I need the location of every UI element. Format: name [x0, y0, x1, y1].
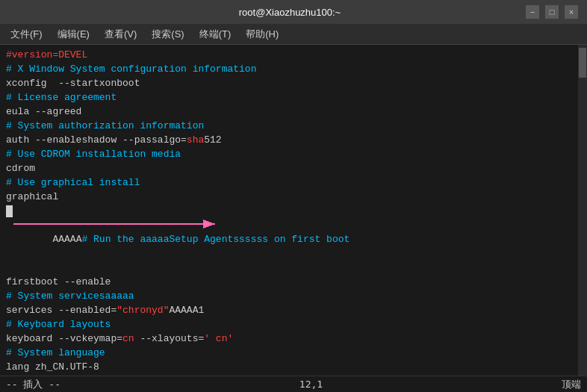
line-14: firstboot --enable: [6, 275, 572, 289]
title-bar: root@Xiaozhuzhu100:~ − □ ×: [0, 0, 587, 24]
line-20: lang zh_CN.UTF-8: [6, 360, 572, 374]
editor-area[interactable]: #version=DEVEL # X Window System configu…: [0, 45, 587, 376]
window-controls: − □ ×: [526, 5, 578, 19]
line-4: # License agreement: [6, 90, 572, 105]
menu-file[interactable]: 文件(F): [3, 25, 50, 44]
status-scroll: 顶端: [562, 378, 581, 391]
arrow-decoration: [6, 217, 245, 233]
menu-terminal[interactable]: 终端(T): [192, 25, 239, 44]
line-9: cdrom: [6, 161, 572, 175]
status-position: 12,1: [299, 379, 323, 390]
line-12: [6, 204, 572, 218]
status-bar: -- 插入 -- 12,1 顶端: [0, 376, 587, 392]
status-mode: -- 插入 --: [6, 378, 60, 391]
line-2: # X Window System configuration informat…: [6, 62, 572, 76]
maximize-button[interactable]: □: [545, 5, 559, 19]
line-6: # System authorization information: [6, 119, 572, 133]
line-17: # Keyboard layouts: [6, 317, 572, 332]
terminal-window: root@Xiaozhuzhu100:~ − □ × 文件(F) 编辑(E) 查…: [0, 0, 587, 392]
minimize-button[interactable]: −: [526, 5, 539, 19]
window-title: root@Xiaozhuzhu100:~: [54, 7, 526, 18]
menu-edit[interactable]: 编辑(E): [50, 25, 97, 44]
line-11: graphical: [6, 190, 572, 204]
menu-help[interactable]: 帮助(H): [238, 25, 286, 44]
line-1: #version=DEVEL: [6, 48, 572, 62]
line-19: # System language: [6, 346, 572, 360]
line-15: # System servicesaaaaa: [6, 289, 572, 303]
line-18: keyboard --vckeymap=cn --xlayouts=' cn': [6, 332, 572, 346]
line-8: # Use CDROM installation media: [6, 147, 572, 161]
scrollbar[interactable]: [578, 45, 587, 376]
scrollbar-thumb[interactable]: [579, 48, 586, 78]
line-16: services --enabled="chronyd"AAAAA1: [6, 303, 572, 317]
line-7: auth --enableshadow --passalgo=sha512: [6, 133, 572, 147]
close-button[interactable]: ×: [565, 5, 578, 19]
code-content: #version=DEVEL # X Window System configu…: [0, 45, 578, 376]
line-5: eula --agreed: [6, 105, 572, 119]
line-10: # Use graphical install: [6, 175, 572, 190]
menu-search[interactable]: 搜索(S): [144, 25, 191, 44]
line-13: AAAAA# Run the aaaaaSetup Agentssssss on…: [6, 218, 572, 275]
menu-bar: 文件(F) 编辑(E) 查看(V) 搜索(S) 终端(T) 帮助(H): [0, 24, 587, 45]
menu-view[interactable]: 查看(V): [97, 25, 144, 44]
line-3: xconfig --startxonboot: [6, 76, 572, 90]
